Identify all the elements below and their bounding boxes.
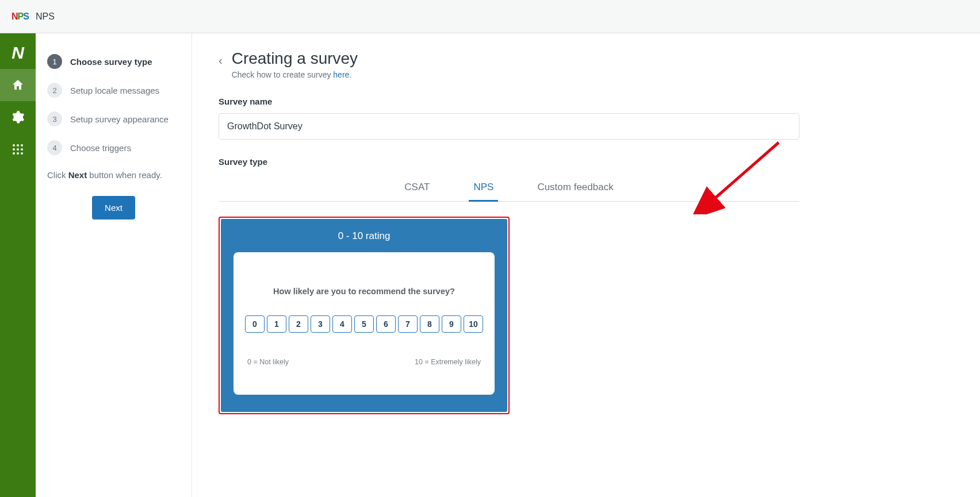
wizard-step-3[interactable]: 3 Setup survey appearance <box>47 105 180 133</box>
svg-point-1 <box>17 144 19 147</box>
rating-button[interactable]: 10 <box>464 315 483 333</box>
next-button[interactable]: Next <box>92 196 135 219</box>
wizard-step-1[interactable]: 1 Choose survey type <box>47 47 180 76</box>
wizard-step-label: Choose triggers <box>70 143 131 153</box>
wizard-step-label: Choose survey type <box>70 57 152 67</box>
vertical-nav: N <box>0 33 36 497</box>
rating-button[interactable]: 1 <box>267 315 286 333</box>
rating-button[interactable]: 4 <box>332 315 352 333</box>
wizard-step-number: 4 <box>47 140 62 155</box>
page-title: Creating a survey <box>232 49 358 68</box>
wizard-step-number: 3 <box>47 111 62 126</box>
rating-button[interactable]: 2 <box>289 315 308 333</box>
wizard-step-label: Setup locale messages <box>70 86 159 95</box>
page-subtitle: Check how to create survey here. <box>232 70 358 79</box>
nav-settings[interactable] <box>0 101 36 133</box>
preview-question: How likely are you to recommend the surv… <box>245 287 483 296</box>
svg-point-5 <box>21 148 23 151</box>
help-link[interactable]: here <box>333 70 349 79</box>
wizard-sidebar: 1 Choose survey type 2 Setup locale mess… <box>36 33 192 497</box>
rating-button[interactable]: 6 <box>376 315 396 333</box>
rating-row: 0 1 2 3 4 5 6 7 8 9 10 <box>245 315 483 333</box>
svg-point-3 <box>13 148 15 151</box>
svg-point-4 <box>17 148 19 151</box>
nav-brand[interactable]: N <box>0 37 36 69</box>
svg-point-2 <box>21 144 23 147</box>
rating-button[interactable]: 8 <box>420 315 439 333</box>
survey-preview: 0 - 10 rating How likely are you to reco… <box>219 217 510 414</box>
wizard-hint: Click Next button when ready. <box>47 170 180 180</box>
tab-custom-feedback[interactable]: Custom feedback <box>533 176 618 202</box>
rating-button[interactable]: 7 <box>398 315 418 333</box>
svg-point-6 <box>13 152 15 155</box>
main-content: ‹ Creating a survey Check how to create … <box>192 33 980 497</box>
wizard-step-number: 1 <box>47 54 62 69</box>
nav-home[interactable] <box>0 69 36 101</box>
apps-icon <box>11 142 25 156</box>
gear-icon <box>11 110 25 124</box>
wizard-step-number: 2 <box>47 83 62 98</box>
rating-button[interactable]: 3 <box>311 315 330 333</box>
app-name: NPS <box>36 11 55 22</box>
home-icon <box>11 78 25 92</box>
wizard-step-4[interactable]: 4 Choose triggers <box>47 133 180 162</box>
rating-button[interactable]: 0 <box>245 315 265 333</box>
nav-apps[interactable] <box>0 133 36 165</box>
back-chevron-icon[interactable]: ‹ <box>219 54 223 67</box>
preview-caption: 0 - 10 rating <box>233 230 495 242</box>
wizard-step-label: Setup survey appearance <box>70 114 169 124</box>
tab-csat[interactable]: CSAT <box>400 176 434 202</box>
survey-type-tabs: CSAT NPS Custom feedback <box>219 176 799 202</box>
rating-button[interactable]: 9 <box>442 315 461 333</box>
svg-point-8 <box>21 152 23 155</box>
wizard-step-2[interactable]: 2 Setup locale messages <box>47 76 180 105</box>
svg-point-7 <box>17 152 19 155</box>
survey-type-label: Survey type <box>219 157 799 167</box>
rating-button[interactable]: 5 <box>354 315 374 333</box>
svg-point-0 <box>13 144 15 147</box>
tab-nps[interactable]: NPS <box>469 176 498 202</box>
rating-legend-high: 10 = Extremely likely <box>415 358 481 366</box>
rating-legend-low: 0 = Not likely <box>247 358 289 366</box>
brand-logo: NPS <box>12 11 29 22</box>
survey-name-label: Survey name <box>219 97 799 106</box>
survey-name-input[interactable] <box>219 113 799 140</box>
topbar: NPS NPS <box>0 0 980 33</box>
